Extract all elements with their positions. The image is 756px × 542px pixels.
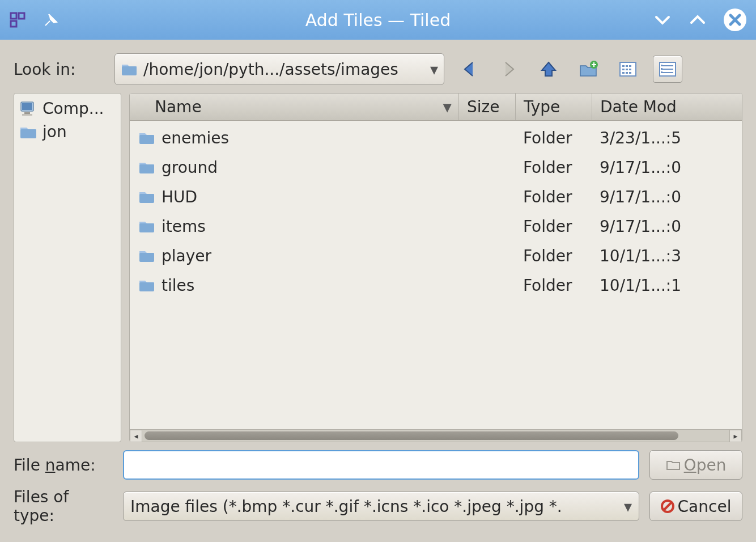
svg-rect-4 [122,66,137,75]
filter-combo[interactable]: Image files (*.bmp *.cur *.gif *.icns *.… [123,492,639,521]
svg-rect-12 [629,69,631,70]
scroll-right-icon[interactable]: ▸ [729,430,742,442]
column-label: Date Mod [600,98,677,116]
filter-row: Files of type: Image files (*.bmp *.cur … [14,488,742,525]
svg-rect-14 [626,72,628,74]
file-name: enemies [162,129,229,147]
sidebar-item-label: Comp... [43,99,104,118]
folder-icon [19,124,38,141]
file-name: HUD [162,188,197,206]
pin-icon[interactable] [43,12,59,28]
folder-icon [138,130,156,146]
svg-rect-15 [629,72,631,74]
forward-button[interactable] [494,56,524,83]
app-icon [9,11,26,28]
path-combo[interactable]: /home/jon/pyth.../assets/images ▾ [114,53,444,85]
filter-label: Files of type: [14,488,113,525]
folder-icon [138,277,156,293]
svg-rect-31 [139,223,154,232]
list-view-button[interactable] [613,56,643,83]
file-type: Folder [523,217,572,236]
file-list: Name ▼ Size Type Date Mod enemiesFolder3… [129,93,742,442]
file-date: 10/1/1...:3 [600,247,681,265]
minimize-icon[interactable] [653,10,672,29]
file-row[interactable]: enemiesFolder3/23/1...:5 [130,123,742,153]
column-header-size[interactable]: Size [458,94,515,120]
svg-rect-27 [20,129,36,138]
file-name: items [162,217,206,236]
svg-rect-29 [139,164,154,173]
sidebar-item-computer[interactable]: Comp... [14,97,121,120]
scrollbar-track[interactable] [142,430,729,442]
svg-rect-2 [11,21,16,27]
svg-rect-21 [661,68,662,70]
svg-rect-32 [139,253,154,262]
svg-rect-26 [22,114,32,116]
file-row[interactable]: HUDFolder9/17/1...:0 [130,182,742,211]
close-icon[interactable] [723,8,747,32]
svg-rect-33 [139,282,154,291]
column-header-type[interactable]: Type [515,94,592,120]
cancel-label: Cancel [678,497,732,516]
file-row[interactable]: playerFolder10/1/1...:3 [130,241,742,270]
svg-rect-20 [661,65,662,66]
file-row[interactable]: tilesFolder10/1/1...:1 [130,270,742,300]
cancel-icon [661,499,674,513]
file-name: player [162,247,211,265]
filename-label: File name: [14,456,113,475]
titlebar: Add Tiles — Tiled [0,0,756,40]
file-date: 9/17/1...:0 [600,188,681,206]
up-button[interactable] [534,56,563,83]
column-header-name[interactable]: Name ▼ [130,94,458,120]
dialog-body: Look in: /home/jon/pyth.../assets/images… [0,40,756,542]
folder-icon [138,248,156,264]
window-title: Add Tiles — Tiled [0,10,756,30]
file-row[interactable]: groundFolder9/17/1...:0 [130,153,742,182]
sidebar: Comp... jon [14,93,121,442]
computer-icon [19,100,38,117]
maximize-icon[interactable] [688,10,707,29]
cancel-button[interactable]: Cancel [649,492,742,521]
open-button[interactable]: Open [649,450,742,480]
folder-open-icon [666,459,681,471]
file-date: 9/17/1...:0 [600,217,681,236]
file-row[interactable]: itemsFolder9/17/1...:0 [130,211,742,241]
file-type: Folder [523,276,572,295]
column-label: Type [524,98,560,116]
svg-rect-30 [139,194,154,203]
horizontal-scrollbar[interactable]: ◂ ▸ [130,429,742,442]
nav-buttons [455,56,682,83]
sidebar-item-label: jon [43,122,67,141]
svg-rect-8 [626,65,628,67]
middle-area: Comp... jon Name ▼ Size Type Date Mod [14,93,742,442]
scroll-left-icon[interactable]: ◂ [130,430,142,442]
filename-input[interactable] [123,450,639,480]
svg-rect-9 [629,65,631,67]
back-button[interactable] [455,56,484,83]
svg-rect-24 [22,103,32,110]
scrollbar-thumb[interactable] [145,431,678,440]
column-label: Name [155,98,202,116]
svg-rect-22 [661,71,662,73]
file-type: Folder [523,129,572,147]
svg-rect-0 [11,13,16,19]
svg-rect-1 [19,13,24,19]
new-folder-button[interactable] [574,56,603,83]
svg-rect-13 [622,72,625,74]
file-name: ground [162,158,218,177]
sidebar-item-home[interactable]: jon [14,120,121,143]
detail-view-button[interactable] [653,56,682,83]
folder-icon [121,62,138,77]
svg-line-35 [664,502,672,510]
file-name: tiles [162,276,194,295]
column-header-date[interactable]: Date Mod [592,94,742,120]
file-date: 10/1/1...:1 [600,276,681,295]
folder-icon [138,159,156,175]
file-list-body[interactable]: enemiesFolder3/23/1...:5groundFolder9/17… [130,121,742,429]
folder-icon [138,218,156,234]
chevron-down-icon: ▾ [624,497,632,516]
svg-rect-7 [622,65,625,67]
file-date: 3/23/1...:5 [600,129,681,147]
lookin-label: Look in: [14,60,104,79]
svg-rect-28 [139,135,154,144]
